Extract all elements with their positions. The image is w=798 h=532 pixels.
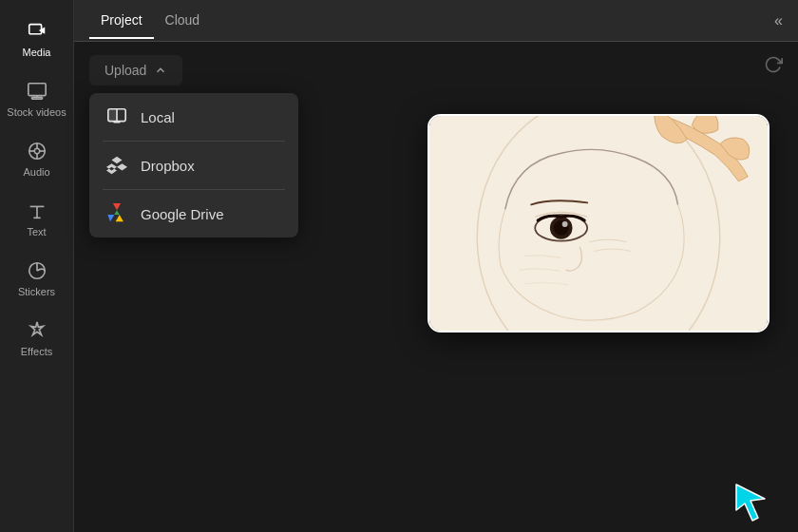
dropdown-item-local[interactable]: Local bbox=[89, 93, 298, 141]
collapse-panel-button[interactable]: « bbox=[774, 12, 783, 29]
stickers-icon bbox=[27, 260, 48, 281]
sidebar-item-audio-label: Audio bbox=[23, 166, 49, 178]
svg-point-25 bbox=[562, 221, 568, 227]
svg-rect-17 bbox=[113, 122, 120, 124]
svg-rect-0 bbox=[28, 25, 41, 34]
svg-rect-19 bbox=[108, 109, 116, 122]
sidebar-item-text-label: Text bbox=[27, 226, 46, 238]
dropdown-item-dropbox[interactable]: Dropbox bbox=[89, 142, 298, 189]
floating-image bbox=[428, 114, 770, 332]
sidebar-item-stock-videos[interactable]: Stock videos bbox=[0, 69, 73, 129]
tab-project[interactable]: Project bbox=[89, 3, 154, 39]
google-drive-label: Google Drive bbox=[141, 206, 224, 222]
google-drive-icon bbox=[106, 203, 127, 224]
dropbox-icon bbox=[106, 155, 127, 176]
tab-cloud[interactable]: Cloud bbox=[154, 3, 212, 39]
sidebar: Media Stock videos Audio bbox=[0, 0, 74, 532]
media-icon bbox=[27, 21, 48, 42]
upload-dropdown-menu: Local Dropbox Goo bbox=[89, 93, 298, 238]
sidebar-item-media-label: Media bbox=[23, 47, 51, 58]
tabs-bar: Project Cloud « bbox=[74, 0, 798, 42]
effects-icon bbox=[27, 320, 48, 341]
svg-point-6 bbox=[34, 148, 40, 154]
app-container: Media Stock videos Audio bbox=[0, 0, 798, 532]
sidebar-item-text[interactable]: Text bbox=[0, 189, 73, 249]
local-label: Local bbox=[141, 109, 175, 125]
sidebar-item-audio[interactable]: Audio bbox=[0, 129, 73, 189]
local-icon bbox=[106, 106, 127, 127]
sidebar-item-effects[interactable]: Effects bbox=[0, 309, 73, 369]
main-content: Project Cloud « Upload bbox=[74, 0, 798, 532]
sidebar-item-stock-videos-label: Stock videos bbox=[7, 106, 66, 118]
audio-icon bbox=[27, 141, 48, 162]
dropdown-item-google-drive[interactable]: Google Drive bbox=[89, 190, 298, 238]
sidebar-item-stickers[interactable]: Stickers bbox=[0, 249, 73, 309]
sidebar-item-media[interactable]: Media bbox=[0, 10, 73, 69]
svg-rect-3 bbox=[31, 97, 42, 99]
sidebar-item-stickers-label: Stickers bbox=[18, 286, 55, 297]
stock-videos-icon bbox=[27, 81, 48, 102]
text-icon bbox=[27, 200, 48, 221]
dropbox-label: Dropbox bbox=[141, 158, 195, 174]
sketch-canvas bbox=[429, 116, 768, 331]
cursor-arrow bbox=[732, 480, 770, 522]
svg-rect-2 bbox=[28, 84, 45, 96]
sidebar-item-effects-label: Effects bbox=[21, 346, 52, 357]
